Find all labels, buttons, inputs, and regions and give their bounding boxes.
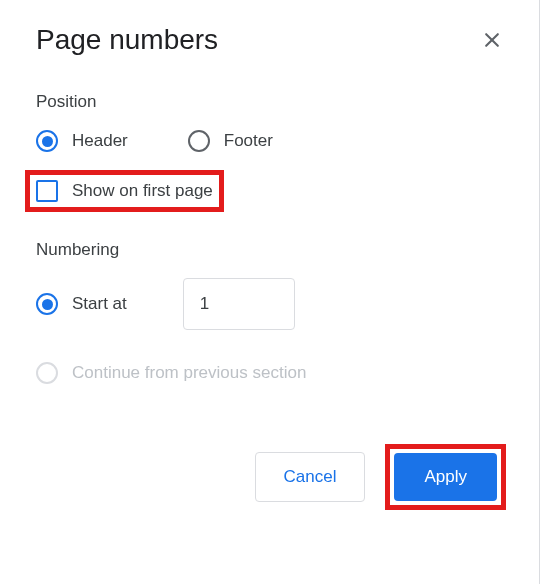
close-button[interactable] xyxy=(478,26,506,54)
radio-start-at[interactable]: Start at xyxy=(36,293,127,315)
radio-continue-previous-label: Continue from previous section xyxy=(72,363,306,383)
close-icon xyxy=(482,30,502,50)
checkbox-show-first-page[interactable]: Show on first page xyxy=(36,180,213,202)
numbering-section-label: Numbering xyxy=(36,240,506,260)
position-section-label: Position xyxy=(36,92,506,112)
radio-header[interactable]: Header xyxy=(36,130,128,152)
cancel-button[interactable]: Cancel xyxy=(255,452,366,502)
radio-footer[interactable]: Footer xyxy=(188,130,273,152)
radio-header-label: Header xyxy=(72,131,128,151)
checkbox-unchecked-icon xyxy=(36,180,58,202)
radio-selected-icon xyxy=(36,293,58,315)
checkbox-show-first-page-label: Show on first page xyxy=(72,181,213,201)
highlight-show-first-page: Show on first page xyxy=(25,170,224,212)
highlight-apply: Apply xyxy=(385,444,506,510)
radio-footer-label: Footer xyxy=(224,131,273,151)
radio-selected-icon xyxy=(36,130,58,152)
dialog-title: Page numbers xyxy=(36,24,218,56)
radio-unselected-icon xyxy=(188,130,210,152)
radio-continue-previous: Continue from previous section xyxy=(36,362,506,384)
apply-button[interactable]: Apply xyxy=(394,453,497,501)
start-at-input[interactable] xyxy=(183,278,295,330)
radio-disabled-icon xyxy=(36,362,58,384)
radio-start-at-label: Start at xyxy=(72,294,127,314)
